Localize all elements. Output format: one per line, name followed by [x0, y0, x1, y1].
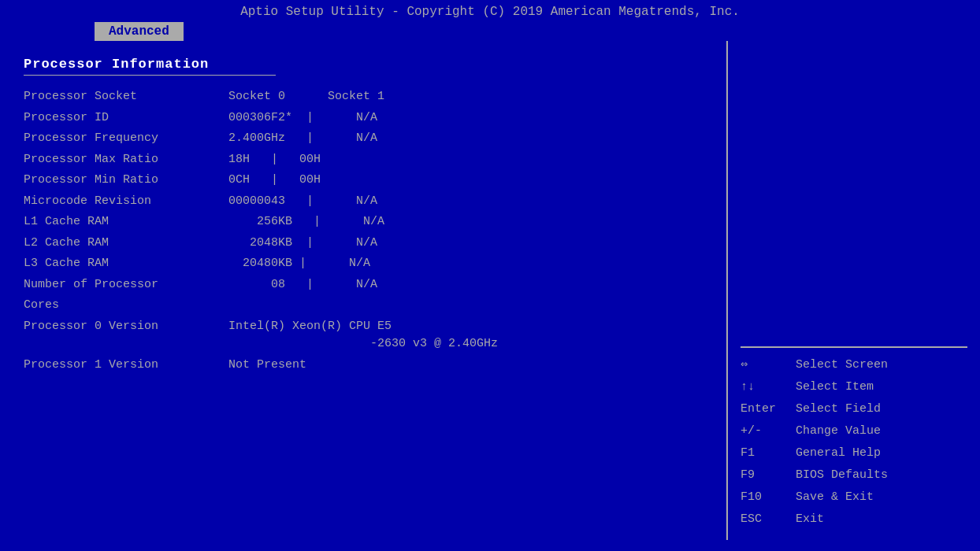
row-label: Cores	[24, 297, 228, 315]
main-content: Processor Information Processor Socket S…	[0, 41, 980, 540]
help-key: +/-	[741, 422, 796, 441]
row-value: 256KB | N/A	[228, 213, 703, 231]
help-row: +/- Change Value	[741, 422, 967, 441]
help-key: F1	[741, 444, 796, 463]
row-value: 0CH | 00H	[228, 172, 703, 190]
row-value: Intel(R) Xeon(R) CPU E5 -2630 v3 @ 2.40G…	[228, 318, 703, 353]
row-label: Processor 1 Version	[24, 357, 228, 375]
bios-screen: Aptio Setup Utility - Copyright (C) 2019…	[0, 0, 980, 551]
row-label: Microcode Revision	[24, 193, 228, 211]
help-desc: General Help	[796, 444, 881, 463]
row-value: 08 | N/A	[228, 276, 703, 294]
row-value: Socket 0 Socket 1	[228, 88, 703, 106]
help-row: F10 Save & Exit	[741, 488, 967, 507]
help-row: F1 General Help	[741, 444, 967, 463]
help-desc: Change Value	[796, 422, 881, 441]
right-panel: ⇔ Select Screen ↑↓ Select Item Enter Sel…	[728, 41, 980, 540]
row-label: Processor 0 Version	[24, 318, 228, 336]
help-row: Enter Select Field	[741, 400, 967, 419]
help-desc: Exit	[796, 510, 824, 529]
help-desc: Save & Exit	[796, 488, 874, 507]
help-key: ↑↓	[741, 378, 796, 397]
table-row: Processor ID 000306F2* | N/A	[24, 109, 703, 128]
help-key: F9	[741, 466, 796, 485]
table-row: L3 Cache RAM 20480KB | N/A	[24, 255, 703, 273]
title-text: Aptio Setup Utility - Copyright (C) 2019…	[240, 5, 740, 19]
row-label: L2 Cache RAM	[24, 235, 228, 253]
help-row: ⇔ Select Screen	[741, 356, 967, 375]
row-value: 18H | 00H	[228, 151, 703, 169]
row-value: Not Present	[228, 357, 703, 375]
tab-advanced[interactable]: Advanced	[95, 22, 184, 41]
help-key: ESC	[741, 510, 796, 529]
row-value: 2.400GHz | N/A	[228, 130, 703, 148]
tab-bar: Advanced	[0, 22, 980, 41]
table-row: Processor Frequency 2.400GHz | N/A	[24, 130, 703, 148]
help-desc: BIOS Defaults	[796, 466, 888, 485]
help-row: F9 BIOS Defaults	[741, 466, 967, 485]
row-value: 2048KB | N/A	[228, 235, 703, 253]
row-value: 000306F2* | N/A	[228, 109, 703, 128]
section-divider	[24, 75, 276, 76]
table-row: Processor Min Ratio 0CH | 00H	[24, 172, 703, 190]
help-section: ⇔ Select Screen ↑↓ Select Item Enter Sel…	[741, 346, 967, 532]
table-row: L2 Cache RAM 2048KB | N/A	[24, 235, 703, 253]
table-row: Processor Max Ratio 18H | 00H	[24, 151, 703, 169]
table-row: Microcode Revision 00000043 | N/A	[24, 193, 703, 211]
row-label: Processor ID	[24, 109, 228, 128]
row-label: Processor Frequency	[24, 130, 228, 148]
table-row: Processor Socket Socket 0 Socket 1	[24, 88, 703, 106]
row-label: Number of Processor	[24, 276, 228, 294]
left-panel: Processor Information Processor Socket S…	[0, 41, 728, 540]
section-title: Processor Information	[24, 57, 703, 72]
help-desc: Select Field	[796, 400, 881, 419]
table-row: Number of Processor 08 | N/A	[24, 276, 703, 294]
row-value: 20480KB | N/A	[228, 255, 703, 273]
help-key: ⇔	[741, 356, 796, 375]
help-key: F10	[741, 488, 796, 507]
bottom-bar	[0, 540, 980, 551]
help-row: ↑↓ Select Item	[741, 378, 967, 397]
title-bar: Aptio Setup Utility - Copyright (C) 2019…	[0, 0, 980, 20]
table-row: Processor 1 Version Not Present	[24, 357, 703, 375]
row-label: L3 Cache RAM	[24, 255, 228, 273]
help-key: Enter	[741, 400, 796, 419]
table-row: Cores	[24, 297, 703, 315]
help-row: ESC Exit	[741, 510, 967, 529]
info-table: Processor Socket Socket 0 Socket 1 Proce…	[24, 88, 703, 374]
table-row: L1 Cache RAM 256KB | N/A	[24, 213, 703, 231]
row-label: Processor Min Ratio	[24, 172, 228, 190]
row-label: Processor Max Ratio	[24, 151, 228, 169]
row-label: L1 Cache RAM	[24, 213, 228, 231]
help-desc: Select Screen	[796, 356, 888, 375]
help-desc: Select Item	[796, 378, 874, 397]
row-value: 00000043 | N/A	[228, 193, 703, 211]
row-label: Processor Socket	[24, 88, 228, 106]
table-row: Processor 0 Version Intel(R) Xeon(R) CPU…	[24, 318, 703, 353]
